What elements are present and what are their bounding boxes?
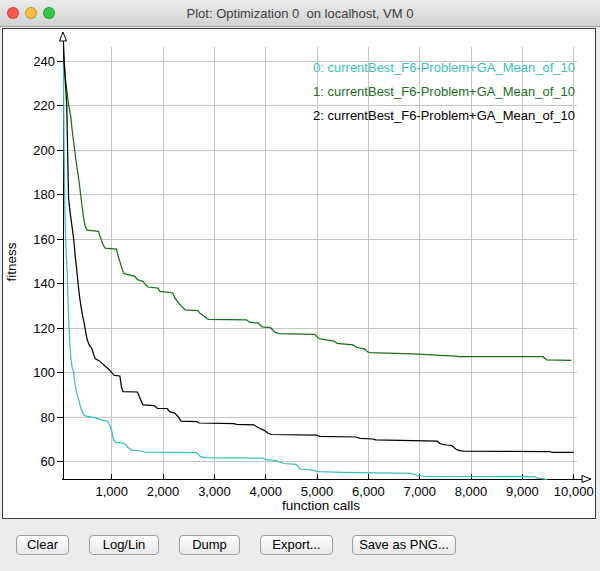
y-tick-label: 240 <box>33 54 55 69</box>
fitness-chart: 1,0002,0003,0004,0005,0006,0007,0008,000… <box>0 0 600 530</box>
y-tick-label: 180 <box>33 187 55 202</box>
x-tick-label: 6,000 <box>352 484 385 499</box>
x-tick-label: 1,000 <box>95 484 128 499</box>
x-tick-label: 2,000 <box>147 484 180 499</box>
export-button[interactable]: Export... <box>260 535 333 555</box>
y-axis-arrow-icon <box>60 32 67 41</box>
dump-button[interactable]: Dump <box>179 535 240 555</box>
legend-item-1: 1: currentBest_F6-Problem+GA_Mean_of_10 <box>313 84 575 99</box>
loglin-button[interactable]: Log/Lin <box>89 535 159 555</box>
legend-item-0: 0: currentBest_F6-Problem+GA_Mean_of_10 <box>313 60 575 75</box>
clear-button[interactable]: Clear <box>16 535 69 555</box>
x-tick-label: 10,000 <box>554 484 594 499</box>
y-tick-label: 120 <box>33 321 55 336</box>
y-tick-label: 220 <box>33 98 55 113</box>
x-tick-label: 4,000 <box>249 484 282 499</box>
y-tick-label: 200 <box>33 143 55 158</box>
y-tick-label: 160 <box>33 232 55 247</box>
x-axis-arrow-icon <box>582 476 591 483</box>
x-tick-label: 7,000 <box>403 484 436 499</box>
y-tick-label: 60 <box>41 454 55 469</box>
x-tick-label: 8,000 <box>455 484 488 499</box>
x-tick-label: 9,000 <box>506 484 539 499</box>
y-tick-label: 100 <box>33 365 55 380</box>
y-axis-label: fitness <box>4 242 19 281</box>
legend-item-2: 2: currentBest_F6-Problem+GA_Mean_of_10 <box>313 108 575 123</box>
x-tick-label: 3,000 <box>198 484 231 499</box>
series-line-2 <box>64 43 574 452</box>
save-png-button[interactable]: Save as PNG... <box>352 535 456 555</box>
y-tick-label: 80 <box>41 410 55 425</box>
y-tick-label: 140 <box>33 276 55 291</box>
x-tick-label: 5,000 <box>301 484 334 499</box>
x-axis-label: function calls <box>282 498 360 513</box>
